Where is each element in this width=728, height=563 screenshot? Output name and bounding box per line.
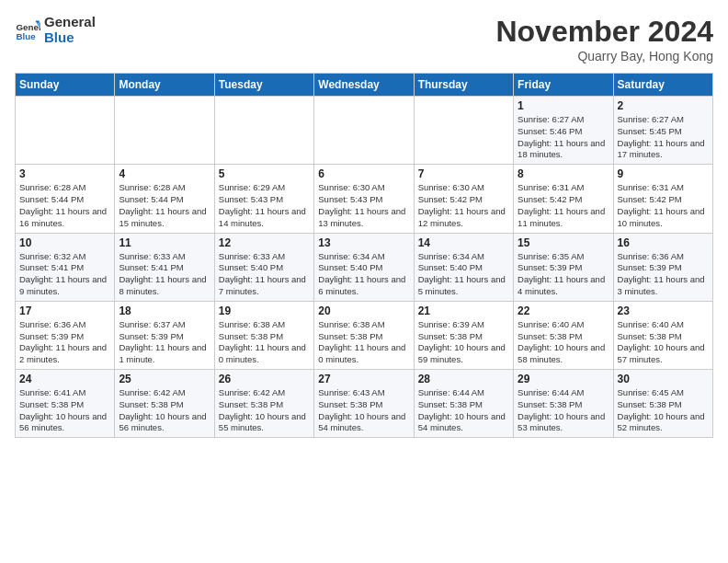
calendar-cell: 20Sunrise: 6:38 AM Sunset: 5:38 PM Dayli… (314, 301, 414, 369)
day-info: Sunrise: 6:27 AM Sunset: 5:46 PM Dayligh… (518, 114, 609, 161)
day-number: 23 (618, 304, 709, 317)
weekday-header: Sunday (16, 74, 115, 97)
calendar-cell: 30Sunrise: 6:45 AM Sunset: 5:38 PM Dayli… (613, 370, 712, 438)
title-block: November 2024 Quarry Bay, Hong Kong (495, 15, 713, 63)
day-info: Sunrise: 6:42 AM Sunset: 5:38 PM Dayligh… (219, 387, 310, 434)
day-number: 13 (318, 236, 409, 249)
day-info: Sunrise: 6:33 AM Sunset: 5:41 PM Dayligh… (119, 251, 210, 298)
calendar-cell: 7Sunrise: 6:30 AM Sunset: 5:42 PM Daylig… (414, 165, 513, 233)
day-number: 30 (618, 373, 709, 385)
day-number: 14 (418, 236, 509, 249)
logo-line2: Blue (44, 30, 96, 46)
calendar-cell: 2Sunrise: 6:27 AM Sunset: 5:45 PM Daylig… (613, 97, 712, 165)
weekday-header: Saturday (613, 74, 712, 97)
day-number: 26 (219, 373, 310, 385)
day-number: 1 (518, 99, 609, 112)
calendar-cell: 4Sunrise: 6:28 AM Sunset: 5:44 PM Daylig… (115, 165, 214, 233)
calendar-week-row: 17Sunrise: 6:36 AM Sunset: 5:39 PM Dayli… (16, 301, 713, 369)
calendar-cell: 12Sunrise: 6:33 AM Sunset: 5:40 PM Dayli… (214, 233, 313, 301)
page-header: General Blue General Blue November 2024 … (15, 15, 713, 63)
calendar-cell: 23Sunrise: 6:40 AM Sunset: 5:38 PM Dayli… (613, 301, 712, 369)
day-info: Sunrise: 6:37 AM Sunset: 5:39 PM Dayligh… (119, 319, 210, 366)
calendar-cell: 1Sunrise: 6:27 AM Sunset: 5:46 PM Daylig… (514, 97, 613, 165)
day-number: 20 (318, 304, 409, 317)
calendar-cell: 26Sunrise: 6:42 AM Sunset: 5:38 PM Dayli… (214, 370, 313, 438)
calendar-cell: 29Sunrise: 6:44 AM Sunset: 5:38 PM Dayli… (514, 370, 613, 438)
day-number: 29 (518, 373, 609, 385)
calendar-cell: 11Sunrise: 6:33 AM Sunset: 5:41 PM Dayli… (115, 233, 214, 301)
calendar-cell: 17Sunrise: 6:36 AM Sunset: 5:39 PM Dayli… (16, 301, 115, 369)
day-info: Sunrise: 6:28 AM Sunset: 5:44 PM Dayligh… (19, 182, 110, 229)
calendar-cell: 14Sunrise: 6:34 AM Sunset: 5:40 PM Dayli… (414, 233, 513, 301)
logo-icon: General Blue (15, 17, 40, 43)
day-number: 22 (518, 304, 609, 317)
day-info: Sunrise: 6:38 AM Sunset: 5:38 PM Dayligh… (318, 319, 409, 366)
calendar-week-row: 24Sunrise: 6:41 AM Sunset: 5:38 PM Dayli… (16, 370, 713, 438)
day-number: 18 (119, 304, 210, 317)
weekday-header: Wednesday (314, 74, 414, 97)
day-info: Sunrise: 6:42 AM Sunset: 5:38 PM Dayligh… (119, 387, 210, 434)
day-number: 27 (318, 373, 409, 385)
day-number: 15 (518, 236, 609, 249)
day-number: 8 (518, 167, 609, 180)
day-number: 9 (618, 167, 709, 180)
day-number: 11 (119, 236, 210, 249)
calendar-cell: 13Sunrise: 6:34 AM Sunset: 5:40 PM Dayli… (314, 233, 414, 301)
day-number: 28 (418, 373, 509, 385)
weekday-header: Monday (115, 74, 214, 97)
weekday-header: Thursday (414, 74, 513, 97)
day-info: Sunrise: 6:31 AM Sunset: 5:42 PM Dayligh… (618, 182, 709, 229)
calendar-header-row: SundayMondayTuesdayWednesdayThursdayFrid… (16, 74, 713, 97)
calendar-week-row: 1Sunrise: 6:27 AM Sunset: 5:46 PM Daylig… (16, 97, 713, 165)
calendar-table: SundayMondayTuesdayWednesdayThursdayFrid… (15, 73, 713, 438)
day-info: Sunrise: 6:32 AM Sunset: 5:41 PM Dayligh… (19, 251, 110, 298)
calendar-cell: 8Sunrise: 6:31 AM Sunset: 5:42 PM Daylig… (514, 165, 613, 233)
day-number: 17 (19, 304, 110, 317)
day-info: Sunrise: 6:41 AM Sunset: 5:38 PM Dayligh… (19, 387, 110, 434)
day-number: 16 (618, 236, 709, 249)
calendar-cell: 28Sunrise: 6:44 AM Sunset: 5:38 PM Dayli… (414, 370, 513, 438)
day-number: 21 (418, 304, 509, 317)
location: Quarry Bay, Hong Kong (495, 49, 713, 63)
calendar-cell: 22Sunrise: 6:40 AM Sunset: 5:38 PM Dayli… (514, 301, 613, 369)
day-info: Sunrise: 6:36 AM Sunset: 5:39 PM Dayligh… (618, 251, 709, 298)
day-info: Sunrise: 6:35 AM Sunset: 5:39 PM Dayligh… (518, 251, 609, 298)
calendar-cell: 21Sunrise: 6:39 AM Sunset: 5:38 PM Dayli… (414, 301, 513, 369)
day-info: Sunrise: 6:44 AM Sunset: 5:38 PM Dayligh… (518, 387, 609, 434)
calendar-cell (214, 97, 313, 165)
calendar-cell: 5Sunrise: 6:29 AM Sunset: 5:43 PM Daylig… (214, 165, 313, 233)
calendar-week-row: 3Sunrise: 6:28 AM Sunset: 5:44 PM Daylig… (16, 165, 713, 233)
day-info: Sunrise: 6:29 AM Sunset: 5:43 PM Dayligh… (219, 182, 310, 229)
logo-line1: General (44, 15, 96, 30)
day-info: Sunrise: 6:43 AM Sunset: 5:38 PM Dayligh… (318, 387, 409, 434)
calendar-cell: 18Sunrise: 6:37 AM Sunset: 5:39 PM Dayli… (115, 301, 214, 369)
day-info: Sunrise: 6:34 AM Sunset: 5:40 PM Dayligh… (418, 251, 509, 298)
day-number: 5 (219, 167, 310, 180)
day-info: Sunrise: 6:34 AM Sunset: 5:40 PM Dayligh… (318, 251, 409, 298)
calendar-cell: 10Sunrise: 6:32 AM Sunset: 5:41 PM Dayli… (16, 233, 115, 301)
calendar-cell (115, 97, 214, 165)
day-info: Sunrise: 6:31 AM Sunset: 5:42 PM Dayligh… (518, 182, 609, 229)
day-number: 25 (119, 373, 210, 385)
calendar-cell: 19Sunrise: 6:38 AM Sunset: 5:38 PM Dayli… (214, 301, 313, 369)
day-number: 6 (318, 167, 409, 180)
day-info: Sunrise: 6:27 AM Sunset: 5:45 PM Dayligh… (618, 114, 709, 161)
calendar-cell (314, 97, 414, 165)
calendar-cell: 25Sunrise: 6:42 AM Sunset: 5:38 PM Dayli… (115, 370, 214, 438)
calendar-cell (16, 97, 115, 165)
day-number: 7 (418, 167, 509, 180)
month-title: November 2024 (495, 15, 713, 49)
calendar-cell: 15Sunrise: 6:35 AM Sunset: 5:39 PM Dayli… (514, 233, 613, 301)
calendar-cell: 6Sunrise: 6:30 AM Sunset: 5:43 PM Daylig… (314, 165, 414, 233)
day-info: Sunrise: 6:44 AM Sunset: 5:38 PM Dayligh… (418, 387, 509, 434)
logo: General Blue General Blue (15, 15, 96, 45)
day-number: 10 (19, 236, 110, 249)
day-info: Sunrise: 6:30 AM Sunset: 5:43 PM Dayligh… (318, 182, 409, 229)
day-info: Sunrise: 6:45 AM Sunset: 5:38 PM Dayligh… (618, 387, 709, 434)
calendar-week-row: 10Sunrise: 6:32 AM Sunset: 5:41 PM Dayli… (16, 233, 713, 301)
day-info: Sunrise: 6:36 AM Sunset: 5:39 PM Dayligh… (19, 319, 110, 366)
day-info: Sunrise: 6:30 AM Sunset: 5:42 PM Dayligh… (418, 182, 509, 229)
day-number: 3 (19, 167, 110, 180)
day-info: Sunrise: 6:40 AM Sunset: 5:38 PM Dayligh… (618, 319, 709, 366)
weekday-header: Tuesday (214, 74, 313, 97)
